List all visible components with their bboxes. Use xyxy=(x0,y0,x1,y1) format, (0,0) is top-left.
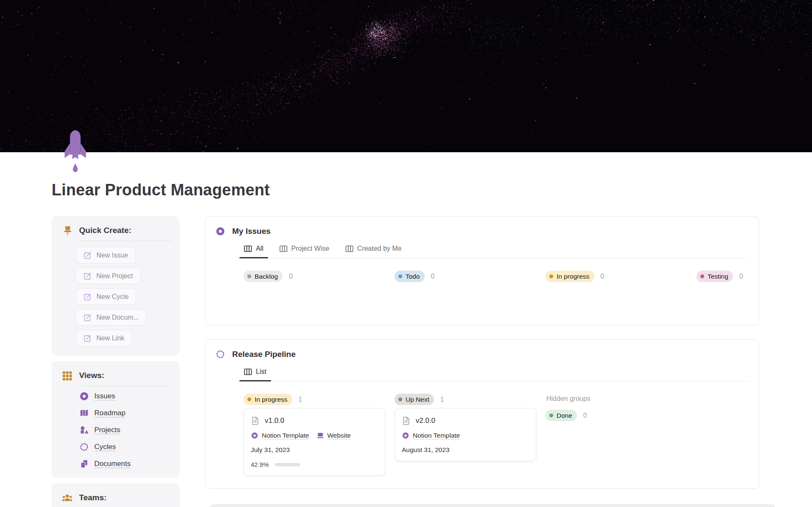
link-label: Roadmap xyxy=(94,409,126,417)
status-label: Up Next xyxy=(406,396,429,403)
tab-list[interactable]: List xyxy=(239,364,271,381)
status-label: Testing xyxy=(708,273,728,280)
status-badge-in-progress[interactable]: In progress xyxy=(244,394,292,405)
sidebar: Quick Create: New Issue New Project xyxy=(52,216,180,507)
status-label: In progress xyxy=(255,396,288,403)
views-card: Views: Issues Roadmap Projec xyxy=(52,361,180,478)
status-dot xyxy=(247,274,251,278)
link-label: Notion Template xyxy=(413,432,460,439)
status-dot xyxy=(398,274,402,278)
button-label: New Project xyxy=(96,272,133,280)
status-badge-todo[interactable]: Todo xyxy=(395,271,425,282)
status-badge-up-next[interactable]: Up Next xyxy=(395,394,434,405)
progress-bar xyxy=(275,463,300,466)
collection-title: My Issues xyxy=(232,227,271,236)
status-label: Todo xyxy=(406,273,420,280)
tab-label: List xyxy=(256,368,266,375)
link-notion-template[interactable]: Notion Template xyxy=(402,432,460,439)
donut-icon xyxy=(216,227,225,236)
tab-label: All xyxy=(256,245,263,252)
link-website[interactable]: Website xyxy=(316,432,351,439)
board-column-todo: Todo 0 xyxy=(395,271,546,282)
new-link-button[interactable]: New Link xyxy=(76,330,132,346)
star-circle-icon xyxy=(251,432,258,439)
board-icon xyxy=(346,245,354,252)
my-issues-card: My Issues All Project Wise Created by Me xyxy=(205,216,759,325)
release-board: In progress 1 v1.0.0 xyxy=(244,394,749,476)
status-dot xyxy=(398,397,402,401)
view-tabs: List xyxy=(239,364,749,381)
compose-icon xyxy=(83,313,92,322)
page-title[interactable]: Linear Product Management xyxy=(0,152,812,200)
item-title: v1.0.0 xyxy=(265,417,284,425)
link-label: Documents xyxy=(94,460,131,468)
tab-created-by-me[interactable]: Created by Me xyxy=(341,241,406,258)
page-icon xyxy=(251,416,259,425)
new-project-button[interactable]: New Project xyxy=(76,268,140,284)
people-icon xyxy=(62,493,73,504)
sidebar-link-projects[interactable]: Projects xyxy=(80,425,171,435)
quick-create-heading: Quick Create: xyxy=(79,225,171,235)
board-column-hidden-groups: Hidden groups Done 0 xyxy=(546,394,590,476)
board-icon xyxy=(244,368,252,375)
sidebar-link-cycles[interactable]: Cycles xyxy=(80,442,171,452)
group-count: 0 xyxy=(601,273,604,280)
status-badge-in-progress[interactable]: In progress xyxy=(546,271,594,282)
map-icon xyxy=(80,408,89,418)
new-cycle-button[interactable]: New Cycle xyxy=(76,288,136,305)
main-column: My Issues All Project Wise Created by Me xyxy=(205,216,759,507)
pages-icon xyxy=(80,459,89,469)
page-icon xyxy=(402,416,410,425)
page-cover-image xyxy=(0,0,812,152)
release-card-v2[interactable]: v2.0.0 Notion Template August 31, 2023 xyxy=(395,408,536,461)
status-dot xyxy=(700,274,704,278)
page-body: Quick Create: New Issue New Project xyxy=(0,200,812,507)
status-label: In progress xyxy=(557,273,590,280)
compose-icon xyxy=(83,272,92,280)
status-badge-backlog[interactable]: Backlog xyxy=(244,271,283,282)
button-label: New Link xyxy=(96,334,124,342)
link-label: Cycles xyxy=(94,443,116,451)
tab-all[interactable]: All xyxy=(239,241,268,258)
group-count: 1 xyxy=(440,396,444,403)
group-count: 1 xyxy=(299,396,302,403)
laptop-icon xyxy=(316,432,324,439)
status-label: Done xyxy=(557,412,572,419)
link-label: Website xyxy=(327,432,351,439)
sidebar-link-documents[interactable]: Documents xyxy=(80,459,171,469)
teams-heading: Teams: xyxy=(79,492,171,502)
status-badge-done[interactable]: Done xyxy=(546,410,577,421)
group-count: 0 xyxy=(289,273,293,280)
button-label: New Issue xyxy=(96,252,128,259)
star-circle-icon xyxy=(402,432,409,439)
link-notion-template[interactable]: Notion Template xyxy=(251,432,309,439)
compose-icon xyxy=(83,293,92,301)
next-section-top-edge xyxy=(209,504,775,507)
board-column-in-progress: In progress 0 xyxy=(546,271,697,282)
hidden-groups-label[interactable]: Hidden groups xyxy=(546,394,590,403)
item-title: v2.0.0 xyxy=(416,417,435,425)
new-issue-button[interactable]: New Issue xyxy=(76,247,136,263)
group-count: 0 xyxy=(431,273,435,280)
tab-label: Created by Me xyxy=(357,245,402,252)
compose-icon xyxy=(83,334,92,343)
sidebar-link-issues[interactable]: Issues xyxy=(80,392,171,401)
rocket-page-icon[interactable] xyxy=(62,130,88,173)
board-icon xyxy=(244,245,252,252)
link-label: Projects xyxy=(94,426,120,434)
group-count: 0 xyxy=(583,412,587,419)
donut-icon xyxy=(80,392,89,401)
board-column-in-progress: In progress 1 v1.0.0 xyxy=(244,394,395,476)
new-document-button[interactable]: New Docum... xyxy=(76,309,146,326)
divider xyxy=(79,241,171,241)
release-card-v1[interactable]: v1.0.0 Notion Template Website xyxy=(244,408,385,476)
status-badge-testing[interactable]: Testing xyxy=(697,271,733,282)
sidebar-link-roadmap[interactable]: Roadmap xyxy=(80,408,171,418)
collection-title: Release Pipeline xyxy=(232,350,296,359)
teams-card: Teams: xyxy=(52,483,180,507)
shapes-icon xyxy=(80,425,89,435)
divider xyxy=(79,386,171,386)
group-count: 0 xyxy=(739,273,743,280)
board-column-testing: Testing 0 xyxy=(697,271,743,282)
tab-project-wise[interactable]: Project Wise xyxy=(275,241,334,258)
